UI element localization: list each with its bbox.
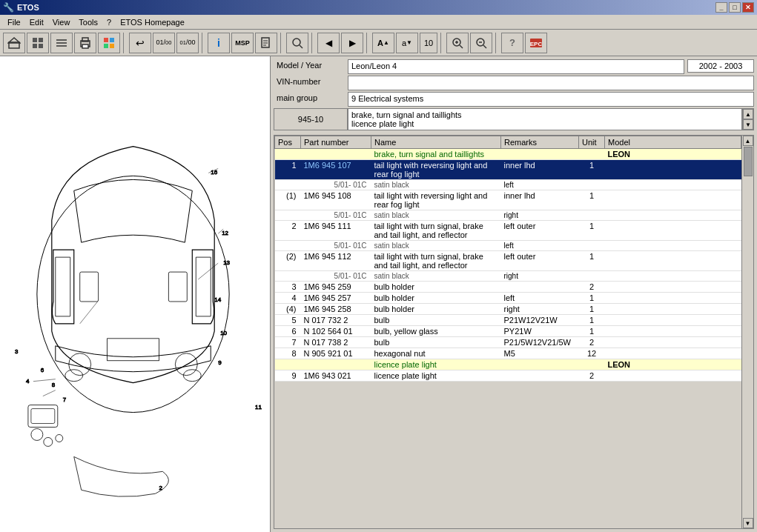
table-row[interactable]: (2) 1M6 945 112 tail light with turn sig… [275, 251, 741, 271]
font-size-display: 10 [420, 33, 437, 53]
palette-button[interactable] [98, 33, 120, 53]
svg-rect-3 [39, 38, 43, 42]
home-button[interactable] [3, 33, 25, 53]
col-remarks: Remarks [501, 136, 579, 149]
svg-point-31 [37, 176, 229, 412]
diagram-panel: 16 12 13 14 10 9 2 11 4 6 8 7 3 [0, 56, 271, 532]
info-button[interactable]: i [208, 33, 230, 53]
prev-button[interactable]: ◀ [317, 33, 340, 53]
msp-button[interactable]: MSP [231, 33, 254, 53]
scroll-track [743, 146, 753, 518]
menu-file[interactable]: File [3, 16, 25, 28]
right-panel: Model / Year Leon/Leon 4 2002 - 2003 VIN… [271, 56, 757, 532]
vin-input[interactable] [348, 76, 754, 90]
maximize-button[interactable]: □ [729, 2, 741, 13]
table-row[interactable]: (4) 1M6 945 258 bulb holder right 1 [275, 304, 741, 315]
date-button2[interactable]: 01/00 [176, 33, 199, 53]
table-row[interactable]: brake, turn signal and taillights LEON [275, 149, 741, 160]
table-row[interactable]: 5/01- 01C satin black right [275, 210, 741, 221]
table-row[interactable]: 5 N 017 732 2 bulb P21W12V21W 1 [275, 315, 741, 326]
parts-table-container: Pos Part number Name Remarks Unit Model [274, 135, 754, 529]
table-row[interactable]: 7 N 017 738 2 bulb P21/5W12V21/5W 2 [275, 337, 741, 348]
description-line1: brake, turn signal and taillights [351, 110, 738, 119]
table-row[interactable]: 9 1M6 943 021 licence plate light 2 [275, 370, 741, 382]
col-unit: Unit [579, 136, 605, 149]
model-year-row: Model / Year Leon/Leon 4 2002 - 2003 [274, 59, 754, 74]
menu-homepage[interactable]: ETOS Homepage [116, 16, 189, 28]
table-row[interactable]: (1) 1M6 945 108 tail light with reversin… [275, 190, 741, 210]
minimize-button[interactable]: _ [715, 2, 727, 13]
svg-rect-59 [31, 409, 55, 424]
font-up-button[interactable]: A▲ [372, 33, 394, 53]
next-button[interactable]: ▶ [341, 33, 363, 53]
separator-3 [280, 33, 283, 53]
desc-scrollbar[interactable]: ▲ ▼ [742, 108, 754, 130]
menu-view[interactable]: View [48, 16, 75, 28]
parts-table: Pos Part number Name Remarks Unit Model [274, 136, 741, 382]
menu-tools[interactable]: Tools [74, 16, 102, 28]
table-scroll-area[interactable]: Pos Part number Name Remarks Unit Model [274, 136, 741, 528]
scroll-up-btn[interactable]: ▲ [743, 109, 753, 119]
scroll-thumb[interactable] [744, 147, 753, 176]
table-row[interactable]: 5/01- 01C satin black right [275, 271, 741, 282]
separator-1 [123, 33, 126, 53]
date-button1[interactable]: 01/00 [153, 33, 175, 53]
svg-text:EPC: EPC [530, 41, 543, 47]
svg-rect-4 [33, 44, 37, 48]
table-header-row: Pos Part number Name Remarks Unit Model [275, 136, 741, 149]
scroll-down-btn[interactable]: ▼ [743, 119, 753, 130]
zoom-in-button[interactable] [446, 33, 469, 53]
col-part: Part number [301, 136, 371, 149]
search-button[interactable] [286, 33, 308, 53]
svg-point-62 [56, 434, 63, 442]
menu-help[interactable]: ? [102, 16, 116, 28]
table-row[interactable]: 4 1M6 945 257 bulb holder left 1 [275, 293, 741, 304]
catalog-button[interactable]: EPC [525, 33, 547, 53]
table-row[interactable]: 5/01- 01C satin black left [275, 180, 741, 190]
titlebar-controls: _ □ ✕ [715, 2, 754, 13]
separator-4 [311, 33, 314, 53]
car-diagram: 16 12 13 14 10 9 2 11 4 6 8 7 3 [0, 56, 270, 532]
toolbar: ↩ 01/00 01/00 i MSP ◀ ▶ A▲ a▼ 10 ? EPC [0, 30, 757, 56]
table-row[interactable]: 6 N 102 564 01 bulb, yellow glass PY21W … [275, 326, 741, 337]
font-down-button[interactable]: a▼ [396, 33, 418, 53]
table-row[interactable]: 1 1M6 945 107 tail light with reversing … [275, 160, 741, 180]
year-value: 2002 - 2003 [687, 59, 754, 73]
grid-button[interactable] [27, 33, 49, 53]
table-scroll-up[interactable]: ▲ [743, 136, 753, 146]
svg-text:3: 3 [15, 348, 19, 355]
svg-rect-58 [28, 405, 58, 428]
table-row[interactable]: 3 1M6 945 259 bulb holder 2 [275, 282, 741, 293]
separator-7 [495, 33, 498, 53]
close-button[interactable]: ✕ [742, 2, 754, 13]
zoom-out-button[interactable] [470, 33, 492, 53]
svg-rect-32 [108, 339, 159, 361]
main-content: 16 12 13 14 10 9 2 11 4 6 8 7 3 [0, 56, 757, 532]
table-row[interactable]: 2 1M6 945 111 tail light with turn signa… [275, 221, 741, 241]
svg-rect-15 [110, 44, 114, 48]
svg-text:6: 6 [41, 367, 44, 373]
description-row: 945-10 brake, turn signal and taillights… [274, 108, 754, 130]
table-scroll-down[interactable]: ▼ [743, 518, 753, 528]
table-scrollbar[interactable]: ▲ ▼ [741, 136, 753, 528]
svg-text:10: 10 [220, 330, 227, 336]
svg-point-60 [31, 429, 43, 441]
table-row[interactable]: licence plate light LEON [275, 359, 741, 370]
svg-rect-13 [110, 38, 114, 42]
maingroup-value: 9 Electrical systems [348, 92, 754, 107]
separator-5 [366, 33, 369, 53]
vin-label: VIN-number [274, 76, 348, 87]
table-row[interactable]: 8 N 905 921 01 hexagonal nut M5 12 [275, 348, 741, 359]
list-button[interactable] [50, 33, 73, 53]
svg-rect-14 [104, 44, 108, 48]
catalog-code: 945-10 [274, 108, 348, 130]
svg-rect-5 [39, 44, 43, 48]
menu-edit[interactable]: Edit [25, 16, 48, 28]
svg-text:11: 11 [255, 404, 262, 410]
table-row[interactable]: 5/01- 01C satin black left [275, 241, 741, 251]
undo-button[interactable]: ↩ [129, 33, 151, 53]
print-button[interactable] [74, 33, 96, 53]
help-button[interactable]: ? [501, 33, 523, 53]
doc-button[interactable] [255, 33, 277, 53]
svg-point-61 [44, 437, 53, 446]
